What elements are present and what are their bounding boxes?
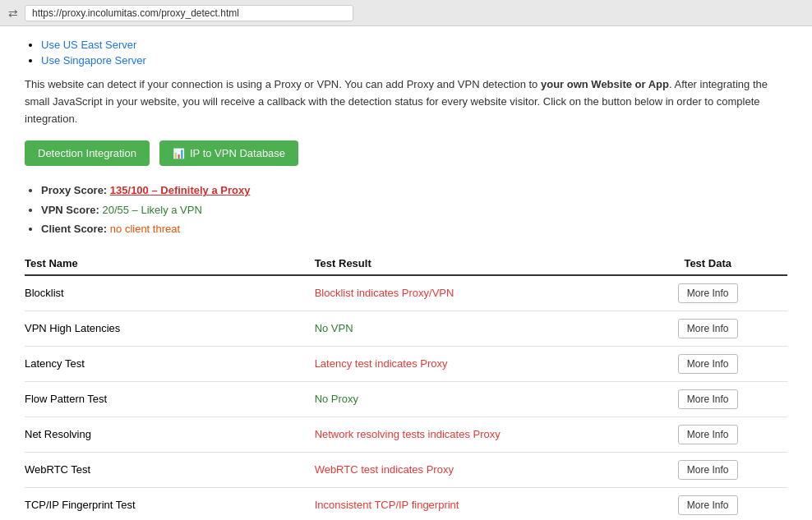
client-score-label: Client Score:: [41, 223, 107, 235]
us-east-server-link[interactable]: Use US East Server: [41, 39, 136, 51]
test-result-cell: No VPN: [315, 311, 635, 346]
vpn-score-label: VPN Score:: [41, 204, 99, 216]
test-data-cell: More Info: [634, 311, 787, 346]
database-icon: 📊: [173, 148, 185, 159]
description-bold: your own Website or App: [541, 78, 669, 90]
vpn-database-button[interactable]: 📊 IP to VPN Database: [159, 140, 298, 166]
singapore-server-link[interactable]: Use Singapore Server: [41, 54, 146, 67]
test-data-cell: More Info: [634, 452, 787, 487]
test-data-cell: More Info: [634, 346, 787, 381]
table-row: Flow Pattern Test No Proxy More Info: [25, 381, 787, 416]
more-info-button[interactable]: More Info: [678, 425, 738, 444]
client-score-item: Client Score: no client threat: [41, 219, 787, 238]
table-header: Test Name Test Result Test Data: [25, 252, 787, 275]
more-info-button[interactable]: More Info: [678, 283, 738, 303]
list-item: Use US East Server: [41, 39, 787, 51]
list-item: Use Singapore Server: [41, 54, 787, 67]
test-result-cell: Inconsistent TCP/IP fingerprint: [315, 487, 635, 520]
description-text: This website can detect if your connecti…: [25, 76, 787, 127]
more-info-button[interactable]: More Info: [678, 319, 738, 338]
more-info-button[interactable]: More Info: [678, 354, 738, 374]
table-row: TCP/IP Fingerprint Test Inconsistent TCP…: [25, 487, 787, 520]
browser-chrome: ⇄ https://proxy.incolumitas.com/proxy_de…: [0, 0, 812, 26]
description-text-before: This website can detect if your connecti…: [25, 78, 541, 90]
test-name-cell: Flow Pattern Test: [25, 381, 315, 416]
test-name-cell: Blocklist: [25, 275, 315, 311]
table-row: Latency Test Latency test indicates Prox…: [25, 346, 787, 381]
table-body: Blocklist Blocklist indicates Proxy/VPN …: [25, 275, 787, 520]
proxy-score-label: Proxy Score:: [41, 184, 107, 196]
table-row: Net Resolving Network resolving tests in…: [25, 416, 787, 452]
test-data-cell: More Info: [634, 275, 787, 311]
more-info-button[interactable]: More Info: [678, 495, 738, 515]
col-header-test-data: Test Data: [634, 252, 787, 275]
test-result-cell: No Proxy: [315, 381, 635, 416]
table-row: VPN High Latencies No VPN More Info: [25, 311, 787, 346]
results-table: Test Name Test Result Test Data Blocklis…: [25, 252, 787, 520]
test-name-cell: WebRTC Test: [25, 452, 315, 487]
test-data-cell: More Info: [634, 487, 787, 520]
vpn-database-label: IP to VPN Database: [190, 147, 285, 159]
more-info-button[interactable]: More Info: [678, 460, 738, 480]
detection-integration-button[interactable]: Detection Integration: [25, 140, 150, 166]
table-row: WebRTC Test WebRTC test indicates Proxy …: [25, 452, 787, 487]
col-header-test-result: Test Result: [315, 252, 635, 275]
vpn-score-item: VPN Score: 20/55 – Likely a VPN: [41, 200, 787, 219]
test-name-cell: TCP/IP Fingerprint Test: [25, 487, 315, 520]
test-name-cell: Latency Test: [25, 346, 315, 381]
page-content: Use US East Server Use Singapore Server …: [0, 26, 812, 520]
server-links-list: Use US East Server Use Singapore Server: [25, 39, 787, 67]
header-row: Test Name Test Result Test Data: [25, 252, 787, 275]
test-result-cell: Blocklist indicates Proxy/VPN: [315, 275, 635, 311]
vpn-score-value: 20/55 – Likely a VPN: [102, 204, 201, 216]
scores-list: Proxy Score: 135/100 – Definitely a Prox…: [25, 181, 787, 238]
test-result-cell: Network resolving tests indicates Proxy: [315, 416, 635, 452]
browser-back-icon: ⇄: [8, 7, 18, 20]
proxy-score-item: Proxy Score: 135/100 – Definitely a Prox…: [41, 181, 787, 200]
test-result-cell: WebRTC test indicates Proxy: [315, 452, 635, 487]
col-header-test-name: Test Name: [25, 252, 315, 275]
test-data-cell: More Info: [634, 416, 787, 452]
test-data-cell: More Info: [634, 381, 787, 416]
client-score-value: no client threat: [110, 223, 180, 235]
address-bar[interactable]: https://proxy.incolumitas.com/proxy_dete…: [25, 5, 353, 21]
proxy-score-value[interactable]: 135/100 – Definitely a Proxy: [110, 184, 251, 196]
table-row: Blocklist Blocklist indicates Proxy/VPN …: [25, 275, 787, 311]
test-name-cell: VPN High Latencies: [25, 311, 315, 346]
test-name-cell: Net Resolving: [25, 416, 315, 452]
test-result-cell: Latency test indicates Proxy: [315, 346, 635, 381]
action-buttons: Detection Integration 📊 IP to VPN Databa…: [25, 140, 787, 166]
more-info-button[interactable]: More Info: [678, 389, 738, 409]
